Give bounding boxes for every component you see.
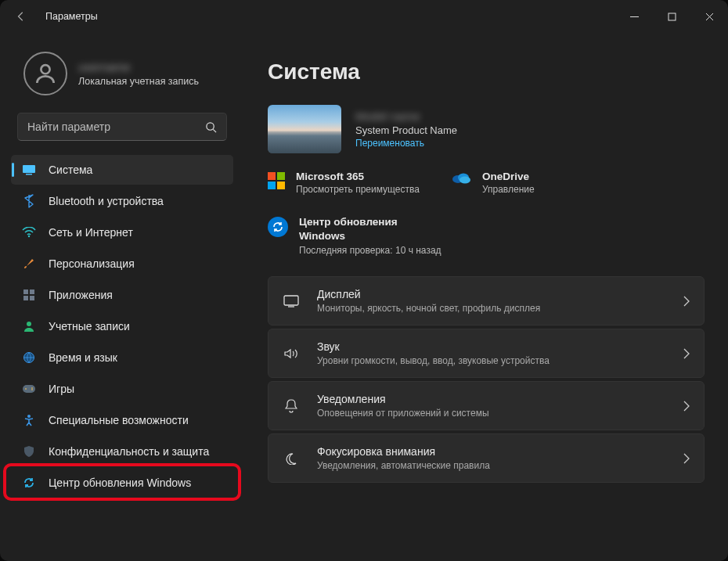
nav-label: Bluetooth и устройства	[49, 195, 164, 207]
ms365-tile[interactable]: Microsoft 365 Просмотреть преимущества	[268, 171, 420, 195]
onedrive-tile[interactable]: OneDrive Управление	[451, 171, 535, 195]
chevron-right-icon	[683, 348, 690, 359]
card-title: Фокусировка внимания	[317, 445, 490, 458]
svg-point-15	[25, 388, 27, 390]
apps-icon	[22, 288, 36, 302]
close-button[interactable]	[690, 0, 728, 33]
update-round-icon	[268, 217, 288, 237]
card-sub: Уровни громкости, вывод, ввод, звуковые …	[317, 355, 550, 366]
sidebar-item-network[interactable]: Сеть и Интернет	[11, 218, 233, 247]
account-sub: Локальная учетная запись	[78, 76, 199, 87]
sidebar-item-system[interactable]: Система	[11, 155, 233, 185]
card-sub: Оповещения от приложений и системы	[317, 408, 489, 419]
update-icon	[22, 476, 36, 490]
bell-icon	[283, 399, 300, 413]
nav-label: Приложения	[49, 289, 113, 301]
svg-rect-1	[669, 13, 676, 20]
card-title: Дисплей	[317, 288, 540, 300]
card-sub: Уведомления, автоматические правила	[317, 460, 490, 471]
sidebar-item-time[interactable]: Время и язык	[11, 343, 233, 372]
window-controls	[615, 0, 728, 33]
card-title: Уведомления	[317, 393, 489, 405]
nav-label: Конфиденциальность и защита	[49, 445, 209, 458]
sidebar-item-gaming[interactable]: Игры	[11, 374, 233, 404]
nav: Система Bluetooth и устройства Сеть и Ин…	[6, 152, 238, 501]
search-input[interactable]	[27, 120, 205, 133]
device-product: System Product Name	[355, 124, 457, 136]
titlebar: Параметры	[0, 0, 728, 33]
sidebar-item-accounts[interactable]: Учетные записи	[11, 311, 233, 341]
rename-link[interactable]: Переименовать	[355, 138, 457, 149]
globe-icon	[22, 351, 36, 365]
settings-window: Параметры username Локальная учетная зап…	[0, 0, 728, 561]
svg-rect-14	[23, 385, 35, 393]
minimize-button[interactable]	[615, 0, 653, 33]
chevron-right-icon	[683, 401, 690, 412]
windows-update-tile[interactable]: Центр обновления Windows Последняя прове…	[268, 215, 705, 256]
search-box[interactable]	[17, 113, 227, 141]
sidebar-item-privacy[interactable]: Конфиденциальность и защита	[11, 437, 233, 466]
search-icon	[205, 121, 217, 133]
card-display[interactable]: ДисплейМониторы, яркость, ночной свет, п…	[268, 276, 705, 325]
nav-label: Учетные записи	[49, 320, 130, 333]
sidebar: username Локальная учетная запись Систем…	[0, 33, 244, 561]
page-heading: Система	[268, 59, 705, 85]
svg-point-21	[460, 177, 470, 184]
svg-point-12	[27, 322, 31, 326]
svg-point-3	[207, 122, 214, 129]
bluetooth-icon	[22, 194, 36, 208]
card-notifications[interactable]: УведомленияОповещения от приложений и си…	[268, 381, 705, 430]
device-image	[268, 105, 341, 153]
nav-label: Персонализация	[49, 257, 135, 270]
sidebar-item-apps[interactable]: Приложения	[11, 280, 233, 310]
system-icon	[22, 163, 36, 177]
svg-point-17	[31, 389, 33, 390]
sound-icon	[283, 347, 300, 360]
device-tile[interactable]: Model name System Product Name Переимено…	[268, 100, 705, 156]
nav-label: Система	[49, 164, 92, 176]
card-focus[interactable]: Фокусировка вниманияУведомления, автомат…	[268, 433, 705, 483]
svg-rect-9	[30, 289, 34, 294]
svg-rect-10	[23, 296, 28, 300]
maximize-button[interactable]	[653, 0, 690, 33]
nav-label: Сеть и Интернет	[49, 226, 133, 239]
main-content: Система Model name System Product Name П…	[244, 33, 728, 561]
avatar	[23, 52, 67, 95]
nav-label: Игры	[49, 383, 74, 395]
account-block[interactable]: username Локальная учетная запись	[6, 39, 238, 110]
window-title: Параметры	[45, 11, 98, 22]
nav-label: Специальные возможности	[49, 414, 189, 426]
gaming-icon	[22, 382, 36, 396]
svg-rect-22	[284, 296, 298, 305]
person-icon	[22, 319, 36, 333]
svg-point-7	[28, 236, 30, 237]
accessibility-icon	[22, 413, 36, 427]
onedrive-label: OneDrive	[482, 171, 535, 182]
sidebar-item-update[interactable]: Центр обновления Windows	[11, 468, 233, 498]
moon-icon	[283, 452, 300, 465]
ms365-label: Microsoft 365	[296, 171, 420, 182]
nav-label: Время и язык	[49, 351, 117, 364]
sidebar-item-accessibility[interactable]: Специальные возможности	[11, 405, 233, 435]
brush-icon	[22, 257, 36, 271]
ms365-sub: Просмотреть преимущества	[296, 184, 420, 195]
card-title: Звук	[317, 340, 550, 353]
svg-rect-11	[30, 296, 34, 300]
sidebar-item-bluetooth[interactable]: Bluetooth и устройства	[11, 186, 233, 216]
onedrive-icon	[451, 171, 471, 185]
wifi-icon	[22, 225, 36, 239]
shield-icon	[22, 444, 36, 459]
chevron-right-icon	[683, 296, 690, 307]
back-button[interactable]	[11, 11, 31, 22]
card-sub: Мониторы, яркость, ночной свет, профиль …	[317, 303, 540, 314]
microsoft-logo-icon	[268, 172, 285, 189]
wu-label: Центр обновления Windows	[299, 215, 424, 243]
device-model: Model name	[355, 110, 457, 123]
account-name: username	[78, 60, 199, 74]
chevron-right-icon	[683, 453, 690, 464]
card-sound[interactable]: ЗвукУровни громкости, вывод, ввод, звуко…	[268, 329, 705, 378]
wu-sub: Последняя проверка: 10 ч назад	[299, 245, 441, 256]
svg-point-16	[31, 387, 33, 389]
sidebar-item-personalization[interactable]: Персонализация	[11, 249, 233, 279]
svg-rect-6	[26, 174, 32, 175]
